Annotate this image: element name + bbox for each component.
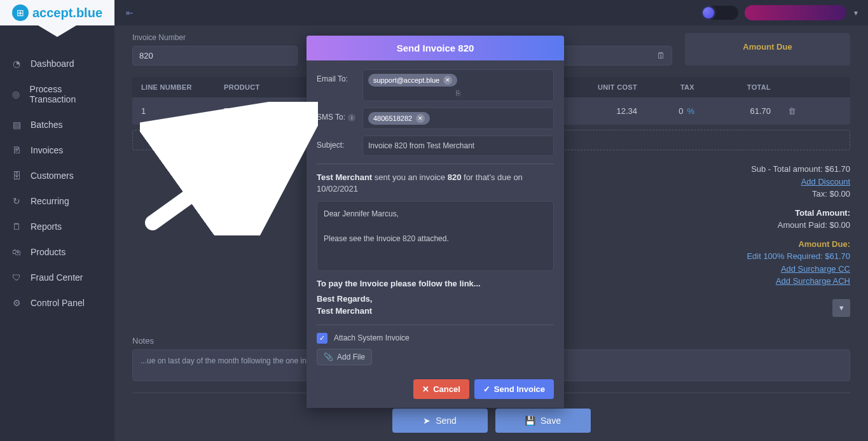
modal-divider (317, 164, 554, 164)
add-discount-link[interactable]: Add Discount (801, 177, 850, 186)
cell-line: 1 (141, 106, 224, 116)
file-icon: 🖹 (11, 145, 22, 155)
paperclip-icon: 📎 (324, 353, 333, 361)
amount-due-label: Amount Due (743, 42, 792, 52)
layers-icon: ▤ (11, 120, 22, 130)
chevron-down-icon: ▾ (839, 303, 844, 312)
target-icon: ◎ (11, 89, 21, 99)
shield-icon: 🛡 (11, 272, 22, 283)
top-right: ▼ (701, 5, 868, 20)
gear-icon: ⚙ (11, 298, 22, 308)
email-to-label: Email To: (317, 69, 356, 83)
refresh-icon: ↻ (11, 196, 22, 206)
sms-chip-text: 4806518282 (373, 115, 412, 122)
sidebar-item-products[interactable]: 🛍Products (0, 239, 114, 265)
cancel-button[interactable]: ✕Cancel (413, 379, 469, 399)
delete-row-button[interactable]: 🗑 (771, 106, 796, 116)
remove-chip-icon[interactable]: ✕ (443, 76, 452, 85)
signature: Best Regards, Test Merchant (317, 293, 554, 316)
sidebar-item-batches[interactable]: ▤Batches (0, 112, 114, 137)
logo-block[interactable]: ⊞ accept.blue (0, 0, 114, 25)
send-icon: ➤ (423, 416, 431, 426)
edit-required-link[interactable]: Edit 100% Required: $61.70 (747, 251, 850, 261)
invoice-number-input[interactable]: 820 (132, 46, 298, 66)
col-line: LINE NUMBER (141, 83, 224, 91)
col-tax: TAX (637, 83, 694, 91)
sidebar-item-label: Dashboard (31, 59, 74, 69)
logo-icon: ⊞ (12, 4, 29, 21)
cell-tax: 0% (637, 106, 694, 116)
sidebar-item-process[interactable]: ◎Process Transaction (0, 76, 114, 112)
calendar-icon: 🗓 (657, 51, 665, 60)
info-icon[interactable]: i (348, 114, 355, 122)
sidebar-item-label: Reports (31, 221, 62, 232)
subject-field[interactable]: Invoice 820 from Test Merchant (362, 136, 554, 156)
add-file-label: Add File (337, 353, 365, 361)
save-label: Save (541, 416, 561, 426)
add-surcharge-ach-link[interactable]: Add Surcharge ACH (776, 276, 850, 286)
send-invoice-button[interactable]: ✓Send Invoice (474, 379, 554, 399)
sidebar-item-fraud[interactable]: 🛡Fraud Center (0, 265, 114, 290)
top-bar: ⊞ accept.blue ⇤ ▼ (0, 0, 868, 25)
modal-heading: Test Merchant sent you an invoice 820 fo… (317, 172, 554, 195)
sidebar-item-label: Invoices (31, 145, 63, 155)
subject-label: Subject: (317, 136, 356, 150)
theme-toggle[interactable] (701, 6, 738, 20)
pay-link-text: To pay the Invoice please follow the lin… (317, 279, 554, 288)
save-icon: 💾 (525, 416, 535, 426)
invoice-number-value: 820 (139, 51, 153, 60)
sidebar-item-recurring[interactable]: ↻Recurring (0, 188, 114, 214)
invoice-number-label: Invoice Number (132, 33, 298, 42)
add-surcharge-cc-link[interactable]: Add Surcharge CC (781, 264, 850, 274)
send-invoice-label: Send Invoice (494, 384, 545, 394)
attach-checkbox-row[interactable]: ✓ Attach System Invoice (317, 333, 554, 344)
cart-icon: 🛍 (11, 247, 22, 257)
sidebar-item-reports[interactable]: 🗒Reports (0, 214, 114, 239)
sidebar-item-label: Recurring (31, 196, 69, 206)
remove-chip-icon[interactable]: ✕ (416, 114, 425, 123)
modal-title: Send Invoice 820 (307, 36, 564, 60)
sms-chip: 4806518282✕ (368, 112, 430, 125)
sidebar: ◔Dashboard ◎Process Transaction ▤Batches… (0, 25, 114, 441)
email-to-field[interactable]: support@accept.blue✕ ⎘ (362, 69, 554, 101)
sidebar-item-dashboard[interactable]: ◔Dashboard (0, 51, 114, 76)
sidebar-item-label: Customers (31, 171, 74, 181)
sidebar-item-label: Batches (31, 120, 63, 130)
briefcase-icon: 🗄 (11, 171, 22, 181)
sidebar-item-control[interactable]: ⚙Control Panel (0, 290, 114, 316)
collapse-sidebar-icon[interactable]: ⇤ (126, 8, 134, 18)
save-button[interactable]: 💾Save (495, 409, 591, 433)
user-menu[interactable] (745, 5, 846, 20)
copy-icon[interactable]: ⎘ (456, 89, 460, 97)
chevron-down-icon[interactable]: ▼ (853, 10, 859, 17)
sidebar-item-label: Products (31, 247, 65, 257)
sidebar-item-label: Control Panel (31, 298, 85, 308)
check-icon: ✓ (483, 384, 490, 394)
sidebar-item-label: Fraud Center (31, 272, 83, 283)
cell-total: 61.70 (694, 106, 771, 116)
email-chip-text: support@accept.blue (373, 76, 439, 84)
dropdown-button[interactable]: ▾ (832, 299, 850, 317)
send-button[interactable]: ➤Send (392, 409, 488, 433)
sms-to-field[interactable]: 4806518282✕ (362, 108, 554, 129)
message-body-textarea[interactable]: Dear Jennifer Marcus, Please see the Inv… (317, 201, 554, 271)
logo-text: accept.blue (32, 6, 102, 20)
theme-toggle-knob (703, 7, 714, 18)
email-chip: support@accept.blue✕ (368, 74, 457, 87)
add-file-button[interactable]: 📎Add File (317, 349, 372, 365)
attach-label: Attach System Invoice (334, 333, 410, 342)
percent-icon[interactable]: % (687, 106, 694, 116)
sidebar-item-invoices[interactable]: 🖹Invoices (0, 137, 114, 163)
gauge-icon: ◔ (11, 59, 22, 69)
sidebar-item-customers[interactable]: 🗄Customers (0, 163, 114, 188)
cancel-label: Cancel (433, 384, 460, 394)
close-icon: ✕ (422, 384, 429, 394)
clipboard-icon: 🗒 (11, 221, 22, 232)
amount-due-badge: Amount Due (685, 33, 850, 66)
cell-unitcost: 12.34 (555, 106, 637, 116)
col-total: TOTAL (694, 83, 771, 91)
modal-divider (317, 325, 554, 325)
sidebar-item-label: Process Transaction (30, 84, 103, 104)
checkbox-checked-icon[interactable]: ✓ (317, 333, 327, 344)
send-invoice-modal: Send Invoice 820 Email To: support@accep… (307, 36, 564, 408)
